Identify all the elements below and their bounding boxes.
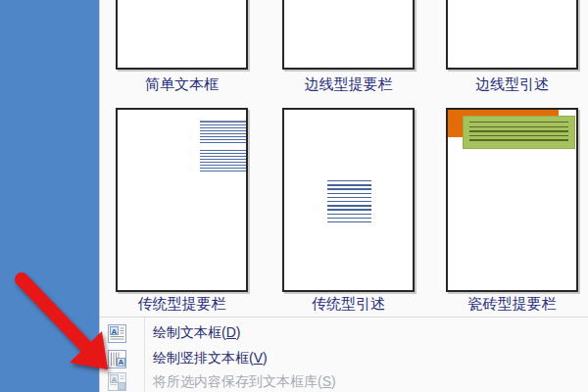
gallery-item-sideline-sidebar[interactable]	[282, 0, 415, 70]
word-document-background	[0, 0, 99, 392]
svg-text:A: A	[112, 326, 118, 335]
menu-label-save-selection-to-gallery: 将所选内容保存到文本框库(S)	[153, 373, 336, 391]
hotkey-letter: V	[254, 350, 263, 366]
svg-text:A: A	[112, 375, 118, 384]
hotkey-letter: S	[322, 373, 331, 389]
hotkey-letter: D	[226, 324, 236, 340]
gallery-label-sideline-quote[interactable]: 边线型引述	[446, 74, 578, 94]
gallery-item-traditional-sidebar[interactable]	[116, 108, 248, 292]
draw-textbox-icon: A	[108, 324, 126, 343]
gallery-item-sideline-quote[interactable]	[446, 0, 578, 70]
gallery-label-sideline-sidebar[interactable]: 边线型提要栏	[282, 74, 415, 94]
menu-item-save-selection-to-gallery: A 将所选内容保存到文本框库(S)	[100, 371, 588, 392]
screenshot-root: 简单文本框 边线型提要栏 边线型引述 传统型提要栏 传统型引述 瓷砖型提要栏	[0, 0, 588, 392]
menu-label-draw-vertical-textbox: 绘制竖排文本框(V)	[153, 350, 268, 368]
gallery-item-simple-textbox[interactable]	[116, 0, 248, 70]
tile-green-textband	[463, 116, 575, 149]
menu-item-draw-vertical-textbox[interactable]: A 绘制竖排文本框(V)	[100, 346, 588, 371]
draw-vertical-textbox-icon: A	[108, 350, 126, 368]
gallery-label-traditional-sidebar[interactable]: 传统型提要栏	[116, 294, 248, 314]
menu-separator	[100, 317, 588, 318]
svg-text:A: A	[119, 358, 124, 367]
thumbnail-placeholder-text	[327, 180, 371, 222]
gallery-item-tile-sidebar[interactable]	[446, 108, 578, 292]
menu-item-draw-textbox[interactable]: A 绘制文本框(D)	[100, 320, 588, 346]
thumbnail-placeholder-text	[200, 121, 248, 176]
gallery-label-simple-textbox[interactable]: 简单文本框	[116, 74, 248, 94]
textbox-gallery-dropdown: 简单文本框 边线型提要栏 边线型引述 传统型提要栏 传统型引述 瓷砖型提要栏	[99, 0, 588, 392]
menu-label-draw-textbox: 绘制文本框(D)	[153, 324, 240, 342]
gallery-label-traditional-quote[interactable]: 传统型引述	[282, 294, 415, 314]
gallery-label-tile-sidebar[interactable]: 瓷砖型提要栏	[446, 294, 578, 314]
thumbnail-placeholder-text	[469, 122, 568, 143]
save-selection-to-gallery-icon: A	[108, 372, 126, 391]
gallery-item-traditional-quote[interactable]	[282, 108, 415, 292]
